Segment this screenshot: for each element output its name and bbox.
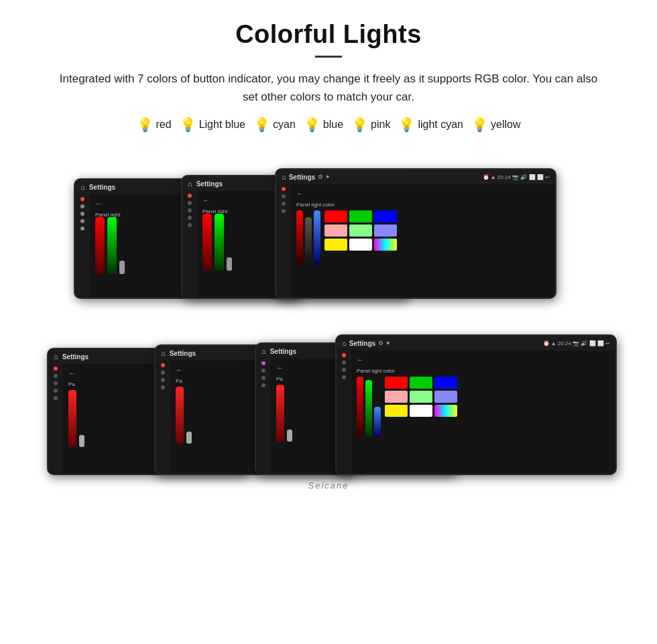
page-container: Colorful Lights Integrated with 7 colors… [0,0,657,504]
bdevice4-back: ← [357,356,610,364]
bdevice2-sidebar [156,361,170,474]
bdevice1-home-icon: ⌂ [54,352,58,361]
color-label-lightcyan: light cyan [418,119,463,131]
page-title: Colorful Lights [27,20,630,49]
bdevice1-dot-2 [54,381,58,385]
slider-red [95,217,105,274]
color-item-pink: 💡 pink [351,118,390,131]
device3-content: ← Panel light color [291,184,555,298]
device2-home-icon: ⌂ [188,180,192,188]
bswatch-red [385,377,408,389]
device2-slider-green [215,214,224,271]
bdevice3-dot-1 [261,369,265,373]
bdevice2-dot-power [161,363,165,367]
swatch-rainbow [374,239,397,251]
device2-title: Settings [196,180,223,188]
bdevice1-dot-4 [54,396,58,400]
device3-title: Settings [289,174,315,181]
bswatch-green [410,377,432,389]
bdevice4-dot-power [342,353,346,357]
bdevice4-title: Settings [349,340,375,347]
bdevice4-content: ← Panel light color [351,350,615,474]
swatch-lightblue [374,224,397,237]
device3-sliders [296,210,320,264]
bdevice1-slider-red [68,390,76,447]
bdevice3-sidebar [256,359,271,474]
device3-back: ← [296,190,550,198]
bdevice3-dot-2 [261,376,265,380]
sidebar-dot-red [80,197,84,201]
red-bulb-icon: 💡 [137,118,154,131]
yellow-bulb-icon: 💡 [471,118,488,131]
bdevice4-status-icons: ⏰ ▲ 20:24 📷 🔊 ⬜ ⬜ ↩ [543,340,611,346]
device3-panel-label: Panel light color [296,202,550,208]
bdevice2-handle [186,432,192,444]
slider-handle-sm [119,261,125,274]
bdevice4-topbar: ⌂ Settings ⚙ ✦ ⏰ ▲ 20:24 📷 🔊 ⬜ ⬜ ↩ [337,336,615,350]
bdevice4-slider-green [365,380,372,437]
swatch-lightred [324,224,347,237]
blue-bulb-icon: 💡 [304,118,320,131]
device3-color-area [296,210,550,264]
device3-status-icons: ⏰ ▲ 20:24 📷 🔊 ⬜ ⬜ ↩ [483,174,550,180]
device2-sidebar-dot-1 [188,201,192,205]
device3-slider-blue [314,210,320,264]
device2-sidebar-dot-3 [188,216,192,220]
top-device-3: ⌂ Settings ⚙ ✦ ⏰ ▲ 20:24 📷 🔊 ⬜ ⬜ ↩ ← [275,168,556,299]
colors-row: 💡 red 💡 Light blue 💡 cyan 💡 blue 💡 pink … [27,118,630,131]
swatch-blue [374,210,397,222]
device1-title: Settings [89,184,115,191]
device3-slider-dark [305,217,312,264]
swatch-yellow [324,239,347,251]
bswatch-yellow [385,405,408,417]
bdevice2-slider-red [176,387,184,444]
color-item-cyan: 💡 cyan [253,118,296,131]
device3-sidebar-dot-1 [282,194,286,198]
bdevice2-title: Settings [170,350,196,357]
bdevice2-dot-3 [161,385,165,389]
color-label-pink: pink [371,119,390,131]
bdevice3-handle [287,430,292,442]
device3-home-icon: ⌂ [282,173,286,181]
bdevice4-dot-3 [342,375,346,379]
screens-section: ⌂ Settings ⚙ ✦ ← Panel light [27,151,630,475]
color-label-red: red [156,119,172,131]
top-devices-row: ⌂ Settings ⚙ ✦ ← Panel light [27,151,630,299]
bdevice3-dot-3 [261,383,265,387]
bdevice2-home-icon: ⌂ [161,349,166,357]
lightblue-bulb-icon: 💡 [180,118,196,131]
header-divider [315,56,342,58]
bswatch-rainbow [434,405,457,417]
bdevice1-sidebar [48,364,63,474]
bdevice1-dot-3 [54,389,58,393]
device3-gear-icon: ⚙ ✦ [318,174,331,180]
device3-slider-red [296,210,303,264]
device3-sidebar [276,184,291,298]
lightcyan-bulb-icon: 💡 [398,118,415,131]
bdevice1-handle [79,435,84,447]
color-item-lightblue: 💡 Light blue [180,118,245,131]
color-item-red: 💡 red [137,118,172,131]
bdevice2-dot-1 [161,371,165,375]
sidebar-dot-2 [80,212,84,216]
device1-home-icon: ⌂ [80,183,85,191]
swatch-green [349,210,372,222]
bdevice4-slider-red [357,377,363,437]
color-item-blue: 💡 blue [304,118,343,131]
bdevice4-dot-2 [342,368,346,372]
bdevice4-dot-1 [342,361,346,365]
color-label-yellow: yellow [491,119,520,131]
swatch-lightgreen [349,224,372,237]
bdevice1-dot-1 [54,374,58,378]
color-label-cyan: cyan [273,119,296,131]
cyan-bulb-icon: 💡 [253,118,270,131]
bdevice2-dot-2 [161,378,165,382]
device1-sidebar [75,194,90,298]
bswatch-white [410,405,432,417]
bdevice4-home-icon: ⌂ [342,339,347,347]
bdevice3-home-icon: ⌂ [261,347,266,355]
bdevice4-panel-label: Panel light color [357,368,610,374]
bottom-devices-row: ⌂ Settings ⚙ ← Pa [27,321,630,475]
bswatch-blue [434,377,457,389]
bdevice4-color-area [357,377,610,437]
